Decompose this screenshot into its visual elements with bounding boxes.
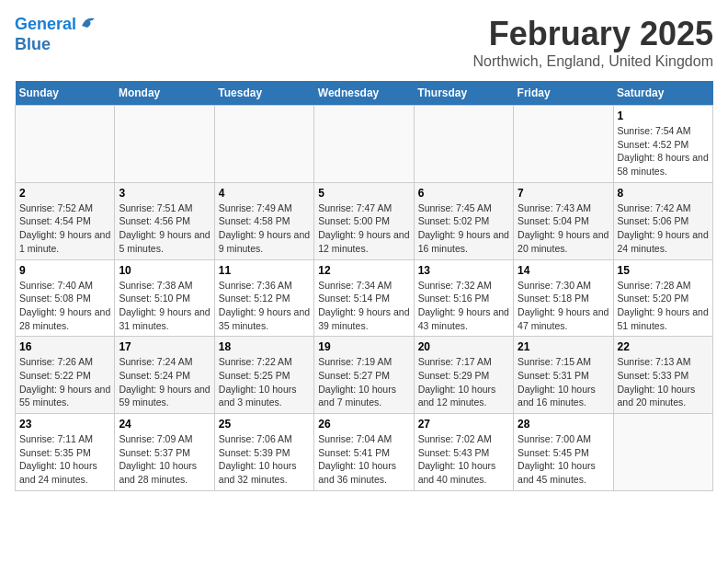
calendar-cell: 8Sunrise: 7:42 AM Sunset: 5:06 PM Daylig…	[613, 182, 712, 259]
calendar-header-row: SundayMondayTuesdayWednesdayThursdayFrid…	[16, 81, 713, 106]
day-number: 22	[618, 340, 709, 353]
calendar-cell: 20Sunrise: 7:17 AM Sunset: 5:29 PM Dayli…	[414, 337, 513, 414]
day-number: 7	[518, 187, 609, 200]
day-info: Sunrise: 7:15 AM Sunset: 5:31 PM Dayligh…	[518, 355, 609, 409]
calendar-cell: 6Sunrise: 7:45 AM Sunset: 5:02 PM Daylig…	[414, 182, 513, 259]
calendar-week-row: 2Sunrise: 7:52 AM Sunset: 4:54 PM Daylig…	[16, 182, 713, 259]
day-number: 6	[418, 187, 509, 200]
calendar-week-row: 9Sunrise: 7:40 AM Sunset: 5:08 PM Daylig…	[16, 259, 713, 337]
calendar-cell: 7Sunrise: 7:43 AM Sunset: 5:04 PM Daylig…	[514, 182, 613, 259]
title-block: February 2025 Northwich, England, United…	[473, 15, 713, 70]
day-number: 4	[219, 187, 310, 200]
calendar-cell: 28Sunrise: 7:00 AM Sunset: 5:45 PM Dayli…	[514, 414, 613, 491]
col-header-monday: Monday	[115, 81, 214, 106]
day-info: Sunrise: 7:02 AM Sunset: 5:43 PM Dayligh…	[418, 432, 509, 487]
day-info: Sunrise: 7:06 AM Sunset: 5:39 PM Dayligh…	[219, 432, 310, 487]
logo: General Blue	[15, 15, 98, 54]
day-info: Sunrise: 7:09 AM Sunset: 5:37 PM Dayligh…	[119, 432, 210, 487]
col-header-sunday: Sunday	[16, 81, 115, 106]
calendar-cell	[414, 106, 513, 183]
logo-text: General	[15, 15, 76, 35]
day-number: 20	[418, 340, 509, 353]
logo-bird-icon	[78, 13, 98, 33]
day-number: 21	[518, 340, 609, 353]
day-number: 8	[618, 187, 709, 200]
calendar-cell: 22Sunrise: 7:13 AM Sunset: 5:33 PM Dayli…	[613, 337, 712, 414]
calendar-cell: 1Sunrise: 7:54 AM Sunset: 4:52 PM Daylig…	[613, 106, 712, 183]
day-info: Sunrise: 7:19 AM Sunset: 5:27 PM Dayligh…	[318, 355, 409, 409]
day-info: Sunrise: 7:00 AM Sunset: 5:45 PM Dayligh…	[518, 432, 609, 487]
day-number: 13	[418, 264, 509, 277]
day-number: 1	[618, 109, 709, 122]
col-header-saturday: Saturday	[613, 81, 712, 106]
calendar-cell	[514, 106, 613, 183]
calendar-cell: 12Sunrise: 7:34 AM Sunset: 5:14 PM Dayli…	[314, 259, 414, 337]
col-header-thursday: Thursday	[414, 81, 513, 106]
day-info: Sunrise: 7:38 AM Sunset: 5:10 PM Dayligh…	[119, 279, 210, 333]
calendar-cell: 13Sunrise: 7:32 AM Sunset: 5:16 PM Dayli…	[414, 259, 513, 337]
day-number: 12	[318, 264, 409, 277]
calendar-week-row: 23Sunrise: 7:11 AM Sunset: 5:35 PM Dayli…	[16, 414, 713, 491]
month-title: February 2025	[473, 15, 713, 53]
calendar-cell: 16Sunrise: 7:26 AM Sunset: 5:22 PM Dayli…	[16, 337, 115, 414]
calendar-cell: 27Sunrise: 7:02 AM Sunset: 5:43 PM Dayli…	[414, 414, 513, 491]
calendar-cell: 21Sunrise: 7:15 AM Sunset: 5:31 PM Dayli…	[514, 337, 613, 414]
calendar-cell	[613, 414, 712, 491]
col-header-wednesday: Wednesday	[314, 81, 414, 106]
calendar-cell: 9Sunrise: 7:40 AM Sunset: 5:08 PM Daylig…	[16, 259, 115, 337]
day-number: 25	[219, 418, 310, 431]
calendar-week-row: 16Sunrise: 7:26 AM Sunset: 5:22 PM Dayli…	[16, 337, 713, 414]
logo-text-blue: Blue	[15, 35, 98, 55]
location-title: Northwich, England, United Kingdom	[473, 53, 713, 70]
day-number: 24	[119, 418, 210, 431]
calendar-cell	[16, 106, 115, 183]
calendar-cell: 11Sunrise: 7:36 AM Sunset: 5:12 PM Dayli…	[214, 259, 313, 337]
calendar-cell	[314, 106, 414, 183]
day-info: Sunrise: 7:36 AM Sunset: 5:12 PM Dayligh…	[219, 279, 310, 333]
day-number: 3	[119, 187, 210, 200]
day-info: Sunrise: 7:04 AM Sunset: 5:41 PM Dayligh…	[318, 432, 409, 487]
day-info: Sunrise: 7:24 AM Sunset: 5:24 PM Dayligh…	[119, 355, 210, 409]
page-header: General Blue February 2025 Northwich, En…	[15, 15, 713, 70]
col-header-tuesday: Tuesday	[214, 81, 313, 106]
day-number: 10	[119, 264, 210, 277]
day-info: Sunrise: 7:17 AM Sunset: 5:29 PM Dayligh…	[418, 355, 509, 409]
col-header-friday: Friday	[514, 81, 613, 106]
calendar-cell: 18Sunrise: 7:22 AM Sunset: 5:25 PM Dayli…	[214, 337, 313, 414]
calendar-week-row: 1Sunrise: 7:54 AM Sunset: 4:52 PM Daylig…	[16, 106, 713, 183]
day-info: Sunrise: 7:13 AM Sunset: 5:33 PM Dayligh…	[618, 355, 709, 409]
calendar-cell	[214, 106, 313, 183]
day-info: Sunrise: 7:45 AM Sunset: 5:02 PM Dayligh…	[418, 201, 509, 256]
day-info: Sunrise: 7:28 AM Sunset: 5:20 PM Dayligh…	[618, 279, 709, 333]
calendar-cell	[115, 106, 214, 183]
calendar-cell: 25Sunrise: 7:06 AM Sunset: 5:39 PM Dayli…	[214, 414, 313, 491]
day-number: 11	[219, 264, 310, 277]
day-info: Sunrise: 7:49 AM Sunset: 4:58 PM Dayligh…	[219, 201, 310, 256]
day-info: Sunrise: 7:26 AM Sunset: 5:22 PM Dayligh…	[19, 355, 110, 409]
calendar-cell: 10Sunrise: 7:38 AM Sunset: 5:10 PM Dayli…	[115, 259, 214, 337]
day-number: 9	[19, 264, 110, 277]
day-info: Sunrise: 7:47 AM Sunset: 5:00 PM Dayligh…	[318, 201, 409, 256]
day-number: 23	[19, 418, 110, 431]
day-info: Sunrise: 7:22 AM Sunset: 5:25 PM Dayligh…	[219, 355, 310, 409]
day-info: Sunrise: 7:34 AM Sunset: 5:14 PM Dayligh…	[318, 279, 409, 333]
day-number: 18	[219, 340, 310, 353]
calendar-cell: 19Sunrise: 7:19 AM Sunset: 5:27 PM Dayli…	[314, 337, 414, 414]
calendar-cell: 2Sunrise: 7:52 AM Sunset: 4:54 PM Daylig…	[16, 182, 115, 259]
day-number: 28	[518, 418, 609, 431]
day-number: 2	[19, 187, 110, 200]
day-info: Sunrise: 7:51 AM Sunset: 4:56 PM Dayligh…	[119, 201, 210, 256]
day-number: 5	[318, 187, 409, 200]
calendar-cell: 26Sunrise: 7:04 AM Sunset: 5:41 PM Dayli…	[314, 414, 414, 491]
calendar-cell: 3Sunrise: 7:51 AM Sunset: 4:56 PM Daylig…	[115, 182, 214, 259]
day-info: Sunrise: 7:40 AM Sunset: 5:08 PM Dayligh…	[19, 279, 110, 333]
day-info: Sunrise: 7:52 AM Sunset: 4:54 PM Dayligh…	[19, 201, 110, 256]
day-number: 14	[518, 264, 609, 277]
calendar-cell: 4Sunrise: 7:49 AM Sunset: 4:58 PM Daylig…	[214, 182, 313, 259]
calendar-cell: 17Sunrise: 7:24 AM Sunset: 5:24 PM Dayli…	[115, 337, 214, 414]
day-info: Sunrise: 7:43 AM Sunset: 5:04 PM Dayligh…	[518, 201, 609, 256]
day-number: 16	[19, 340, 110, 353]
day-info: Sunrise: 7:11 AM Sunset: 5:35 PM Dayligh…	[19, 432, 110, 487]
day-info: Sunrise: 7:54 AM Sunset: 4:52 PM Dayligh…	[618, 124, 709, 178]
day-number: 19	[318, 340, 409, 353]
